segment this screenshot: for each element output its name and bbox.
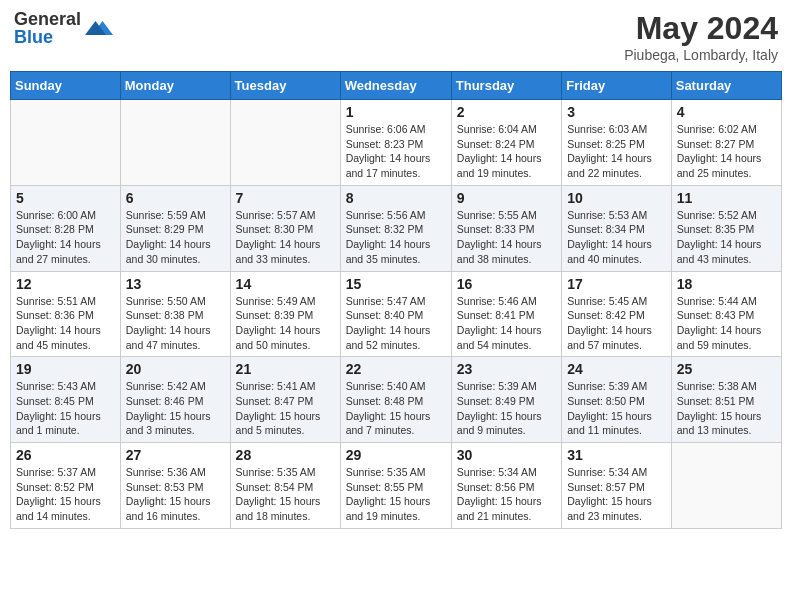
day-info: Sunrise: 5:45 AMSunset: 8:42 PMDaylight:… <box>567 294 666 353</box>
calendar-cell: 20Sunrise: 5:42 AMSunset: 8:46 PMDayligh… <box>120 357 230 443</box>
day-number: 15 <box>346 276 446 292</box>
day-info: Sunrise: 5:37 AMSunset: 8:52 PMDaylight:… <box>16 465 115 524</box>
day-number: 29 <box>346 447 446 463</box>
calendar-cell <box>120 100 230 186</box>
calendar-cell: 3Sunrise: 6:03 AMSunset: 8:25 PMDaylight… <box>562 100 672 186</box>
calendar-cell: 13Sunrise: 5:50 AMSunset: 8:38 PMDayligh… <box>120 271 230 357</box>
day-number: 9 <box>457 190 556 206</box>
calendar-cell: 11Sunrise: 5:52 AMSunset: 8:35 PMDayligh… <box>671 185 781 271</box>
day-number: 30 <box>457 447 556 463</box>
calendar-week-row: 12Sunrise: 5:51 AMSunset: 8:36 PMDayligh… <box>11 271 782 357</box>
col-saturday: Saturday <box>671 72 781 100</box>
calendar-cell: 19Sunrise: 5:43 AMSunset: 8:45 PMDayligh… <box>11 357 121 443</box>
day-info: Sunrise: 5:39 AMSunset: 8:50 PMDaylight:… <box>567 379 666 438</box>
day-number: 26 <box>16 447 115 463</box>
day-number: 11 <box>677 190 776 206</box>
day-number: 16 <box>457 276 556 292</box>
day-info: Sunrise: 6:03 AMSunset: 8:25 PMDaylight:… <box>567 122 666 181</box>
col-tuesday: Tuesday <box>230 72 340 100</box>
day-info: Sunrise: 5:56 AMSunset: 8:32 PMDaylight:… <box>346 208 446 267</box>
day-info: Sunrise: 5:53 AMSunset: 8:34 PMDaylight:… <box>567 208 666 267</box>
day-info: Sunrise: 5:57 AMSunset: 8:30 PMDaylight:… <box>236 208 335 267</box>
day-number: 5 <box>16 190 115 206</box>
calendar-cell: 31Sunrise: 5:34 AMSunset: 8:57 PMDayligh… <box>562 443 672 529</box>
calendar-cell: 15Sunrise: 5:47 AMSunset: 8:40 PMDayligh… <box>340 271 451 357</box>
day-number: 18 <box>677 276 776 292</box>
day-info: Sunrise: 5:42 AMSunset: 8:46 PMDaylight:… <box>126 379 225 438</box>
title-block: May 2024 Piubega, Lombardy, Italy <box>624 10 778 63</box>
day-info: Sunrise: 6:06 AMSunset: 8:23 PMDaylight:… <box>346 122 446 181</box>
day-number: 19 <box>16 361 115 377</box>
calendar-cell: 26Sunrise: 5:37 AMSunset: 8:52 PMDayligh… <box>11 443 121 529</box>
day-info: Sunrise: 6:04 AMSunset: 8:24 PMDaylight:… <box>457 122 556 181</box>
day-info: Sunrise: 5:49 AMSunset: 8:39 PMDaylight:… <box>236 294 335 353</box>
day-number: 10 <box>567 190 666 206</box>
calendar-cell: 23Sunrise: 5:39 AMSunset: 8:49 PMDayligh… <box>451 357 561 443</box>
day-info: Sunrise: 6:00 AMSunset: 8:28 PMDaylight:… <box>16 208 115 267</box>
calendar-cell: 9Sunrise: 5:55 AMSunset: 8:33 PMDaylight… <box>451 185 561 271</box>
day-number: 24 <box>567 361 666 377</box>
calendar-cell: 12Sunrise: 5:51 AMSunset: 8:36 PMDayligh… <box>11 271 121 357</box>
calendar-week-row: 5Sunrise: 6:00 AMSunset: 8:28 PMDaylight… <box>11 185 782 271</box>
day-number: 21 <box>236 361 335 377</box>
logo-text: General Blue <box>14 10 81 46</box>
day-number: 27 <box>126 447 225 463</box>
day-number: 20 <box>126 361 225 377</box>
calendar-cell: 6Sunrise: 5:59 AMSunset: 8:29 PMDaylight… <box>120 185 230 271</box>
day-info: Sunrise: 5:36 AMSunset: 8:53 PMDaylight:… <box>126 465 225 524</box>
calendar-cell: 16Sunrise: 5:46 AMSunset: 8:41 PMDayligh… <box>451 271 561 357</box>
day-number: 2 <box>457 104 556 120</box>
day-info: Sunrise: 5:35 AMSunset: 8:54 PMDaylight:… <box>236 465 335 524</box>
logo: General Blue <box>14 10 113 46</box>
day-info: Sunrise: 5:38 AMSunset: 8:51 PMDaylight:… <box>677 379 776 438</box>
day-info: Sunrise: 5:41 AMSunset: 8:47 PMDaylight:… <box>236 379 335 438</box>
calendar-cell: 10Sunrise: 5:53 AMSunset: 8:34 PMDayligh… <box>562 185 672 271</box>
calendar-cell: 2Sunrise: 6:04 AMSunset: 8:24 PMDaylight… <box>451 100 561 186</box>
calendar-cell: 27Sunrise: 5:36 AMSunset: 8:53 PMDayligh… <box>120 443 230 529</box>
month-title: May 2024 <box>624 10 778 47</box>
calendar-cell: 21Sunrise: 5:41 AMSunset: 8:47 PMDayligh… <box>230 357 340 443</box>
day-number: 13 <box>126 276 225 292</box>
calendar-cell: 30Sunrise: 5:34 AMSunset: 8:56 PMDayligh… <box>451 443 561 529</box>
day-info: Sunrise: 5:43 AMSunset: 8:45 PMDaylight:… <box>16 379 115 438</box>
location: Piubega, Lombardy, Italy <box>624 47 778 63</box>
calendar-body: 1Sunrise: 6:06 AMSunset: 8:23 PMDaylight… <box>11 100 782 529</box>
day-info: Sunrise: 5:44 AMSunset: 8:43 PMDaylight:… <box>677 294 776 353</box>
calendar-cell <box>11 100 121 186</box>
day-number: 14 <box>236 276 335 292</box>
calendar-cell <box>671 443 781 529</box>
day-info: Sunrise: 5:55 AMSunset: 8:33 PMDaylight:… <box>457 208 556 267</box>
day-info: Sunrise: 5:52 AMSunset: 8:35 PMDaylight:… <box>677 208 776 267</box>
calendar-cell: 7Sunrise: 5:57 AMSunset: 8:30 PMDaylight… <box>230 185 340 271</box>
calendar-cell: 17Sunrise: 5:45 AMSunset: 8:42 PMDayligh… <box>562 271 672 357</box>
day-info: Sunrise: 5:47 AMSunset: 8:40 PMDaylight:… <box>346 294 446 353</box>
calendar-cell: 28Sunrise: 5:35 AMSunset: 8:54 PMDayligh… <box>230 443 340 529</box>
calendar-cell: 18Sunrise: 5:44 AMSunset: 8:43 PMDayligh… <box>671 271 781 357</box>
calendar-cell: 5Sunrise: 6:00 AMSunset: 8:28 PMDaylight… <box>11 185 121 271</box>
col-friday: Friday <box>562 72 672 100</box>
day-number: 17 <box>567 276 666 292</box>
calendar-cell: 29Sunrise: 5:35 AMSunset: 8:55 PMDayligh… <box>340 443 451 529</box>
col-wednesday: Wednesday <box>340 72 451 100</box>
page-header: General Blue May 2024 Piubega, Lombardy,… <box>10 10 782 63</box>
day-number: 28 <box>236 447 335 463</box>
logo-general: General <box>14 10 81 28</box>
calendar-cell: 25Sunrise: 5:38 AMSunset: 8:51 PMDayligh… <box>671 357 781 443</box>
day-info: Sunrise: 5:59 AMSunset: 8:29 PMDaylight:… <box>126 208 225 267</box>
day-number: 22 <box>346 361 446 377</box>
logo-icon <box>85 14 113 42</box>
day-number: 8 <box>346 190 446 206</box>
day-info: Sunrise: 5:40 AMSunset: 8:48 PMDaylight:… <box>346 379 446 438</box>
day-info: Sunrise: 5:50 AMSunset: 8:38 PMDaylight:… <box>126 294 225 353</box>
calendar-week-row: 19Sunrise: 5:43 AMSunset: 8:45 PMDayligh… <box>11 357 782 443</box>
day-number: 4 <box>677 104 776 120</box>
day-info: Sunrise: 5:34 AMSunset: 8:56 PMDaylight:… <box>457 465 556 524</box>
calendar-cell: 22Sunrise: 5:40 AMSunset: 8:48 PMDayligh… <box>340 357 451 443</box>
calendar-cell <box>230 100 340 186</box>
calendar-cell: 8Sunrise: 5:56 AMSunset: 8:32 PMDaylight… <box>340 185 451 271</box>
calendar-week-row: 26Sunrise: 5:37 AMSunset: 8:52 PMDayligh… <box>11 443 782 529</box>
day-info: Sunrise: 5:46 AMSunset: 8:41 PMDaylight:… <box>457 294 556 353</box>
day-number: 3 <box>567 104 666 120</box>
calendar-table: Sunday Monday Tuesday Wednesday Thursday… <box>10 71 782 529</box>
calendar-week-row: 1Sunrise: 6:06 AMSunset: 8:23 PMDaylight… <box>11 100 782 186</box>
